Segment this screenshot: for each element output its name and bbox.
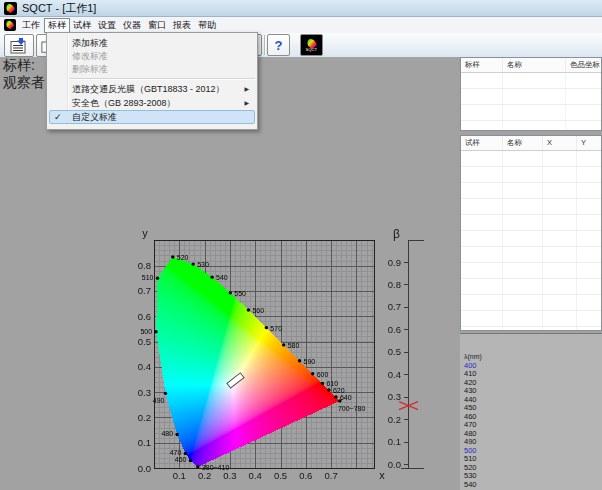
menu-item-window[interactable]: 窗口: [145, 18, 169, 32]
menu-item-instrument[interactable]: 仪器: [120, 18, 144, 32]
menu-item-road-traffic-film-standard[interactable]: 道路交通反光膜（GBT18833 - 2012） ▶: [49, 82, 255, 96]
title-bar: SQCT - [工作1]: [0, 0, 602, 17]
column-header-name: 名称: [503, 58, 566, 72]
wavelength-item: 400: [464, 362, 602, 371]
menu-item-add-standard[interactable]: 添加标准: [49, 37, 255, 50]
column-header-y: Y: [577, 136, 602, 150]
table-row: [461, 279, 601, 295]
table-row: [461, 263, 601, 279]
help-button[interactable]: ?: [267, 34, 290, 56]
wavelength-item: 440: [464, 396, 602, 405]
table-row: [461, 231, 601, 247]
sample-table: 试样 名称 X Y: [460, 135, 602, 331]
standard-table-header: 标样 名称 色品坐标: [461, 58, 601, 73]
table-row: [461, 121, 601, 131]
app-icon: [4, 2, 17, 15]
wavelength-item: 490: [464, 438, 602, 447]
toolbar-separator: [264, 35, 266, 55]
sqct-button-label: SQCT: [306, 49, 318, 52]
menu-item-delete-standard: 删除标准: [49, 63, 255, 76]
wavelength-item: 420: [464, 379, 602, 388]
standard-menu-dropdown: 添加标准 修改标准 删除标准 道路交通反光膜（GBT18833 - 2012） …: [46, 32, 258, 130]
table-row: [461, 327, 601, 331]
menu-item-safety-color-standard[interactable]: 安全色（GB 2893-2008） ▶: [49, 96, 255, 110]
table-row: [461, 311, 601, 327]
chromaticity-logo-icon: [5, 3, 16, 14]
cie-chromaticity-diagram: [125, 222, 435, 490]
sqct-button[interactable]: SQCT: [300, 34, 323, 56]
wavelength-item: 530: [464, 472, 602, 481]
app-window: SQCT - [工作1] 工作 标样 试样 设置 仪器 窗口 报表 帮助: [0, 0, 602, 490]
wavelength-item: 500: [464, 447, 602, 456]
menu-item-work[interactable]: 工作: [19, 18, 43, 32]
table-row: [461, 151, 601, 167]
menu-separator: [69, 78, 255, 80]
sample-table-header: 试样 名称 X Y: [461, 136, 601, 151]
menu-item-custom-standard[interactable]: ✓ 自定义标准: [49, 110, 255, 124]
wavelength-item: 470: [464, 421, 602, 430]
column-header-standard: 标样: [461, 58, 503, 72]
wavelength-item: 430: [464, 387, 602, 396]
menu-item-sample[interactable]: 试样: [70, 18, 94, 32]
wavelength-item: 480: [464, 430, 602, 439]
table-row: [461, 183, 601, 199]
wavelength-item: 510: [464, 455, 602, 464]
column-header-chromaticity: 色品坐标: [566, 58, 602, 72]
table-row: [461, 73, 601, 89]
submenu-arrow-icon: ▶: [244, 82, 249, 96]
column-header-x: X: [543, 136, 577, 150]
checkmark-icon: ✓: [54, 111, 62, 123]
table-row: [461, 89, 601, 105]
menu-item-settings[interactable]: 设置: [95, 18, 119, 32]
menu-item-modify-standard: 修改标准: [49, 50, 255, 63]
menu-item-standard[interactable]: 标样: [44, 18, 70, 33]
document-icon: [4, 19, 16, 31]
table-row: [461, 295, 601, 311]
table-row: [461, 199, 601, 215]
table-row: [461, 167, 601, 183]
standard-table-body: [461, 73, 601, 131]
spectrum-panel: λ(nm) 400 410 420 430 440 450 460 470 48…: [460, 333, 602, 490]
import-standard-button[interactable]: [4, 34, 34, 57]
column-header-sample: 试样: [461, 136, 503, 150]
sample-table-body: [461, 151, 601, 331]
standard-info-label: 标样: 观察者: [3, 57, 45, 90]
menu-item-report[interactable]: 报表: [170, 18, 194, 32]
wavelength-item: 460: [464, 413, 602, 422]
column-header-name: 名称: [503, 136, 543, 150]
wavelength-item: 540: [464, 481, 602, 490]
wavelength-header: λ(nm): [464, 353, 602, 362]
menu-item-help[interactable]: 帮助: [195, 18, 219, 32]
observer-label-line2: 观察者: [3, 74, 45, 91]
table-row: [461, 105, 601, 121]
list-download-icon: [10, 38, 28, 54]
wavelength-item: 450: [464, 404, 602, 413]
table-row: [461, 215, 601, 231]
standard-table: 标样 名称 色品坐标: [460, 57, 602, 131]
standard-label-line1: 标样:: [3, 57, 45, 74]
wavelength-item: 520: [464, 464, 602, 473]
submenu-arrow-icon: ▶: [244, 96, 249, 110]
wavelength-item: 410: [464, 370, 602, 379]
table-row: [461, 247, 601, 263]
window-title: SQCT - [工作1]: [22, 1, 96, 16]
question-mark-icon: ?: [275, 38, 283, 53]
